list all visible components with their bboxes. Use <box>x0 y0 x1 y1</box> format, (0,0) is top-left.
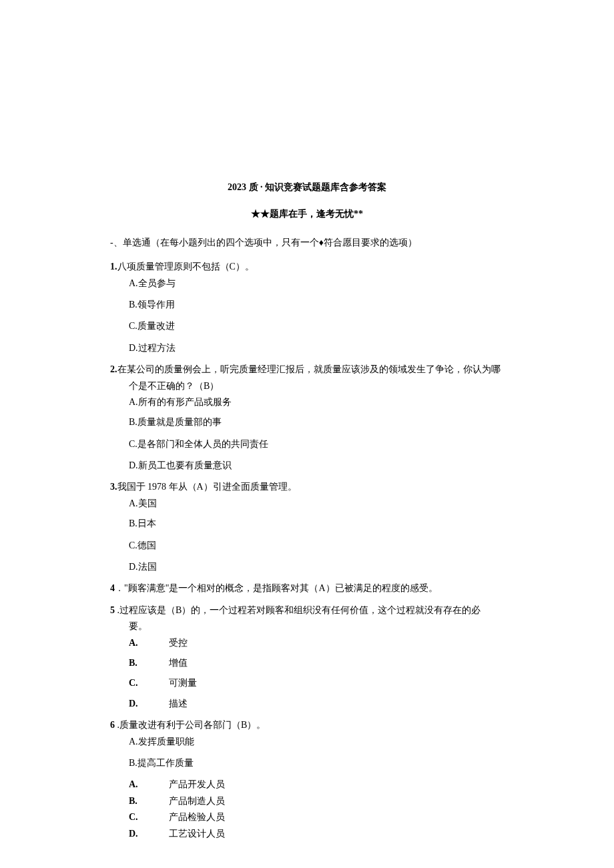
question-6-extra-b-text: 产品制造人员 <box>169 796 225 806</box>
question-6-extra-d: D.工艺设计人员 <box>110 827 504 841</box>
question-5-option-c-label: C. <box>129 676 169 691</box>
question-5-option-b-text: 增值 <box>169 658 188 668</box>
question-4: 4．"顾客满意"是一个相对的概念，是指顾客对其（A）已被满足的程度的感受。 <box>110 581 504 596</box>
question-1-option-a: A.全员参与 <box>110 276 504 291</box>
question-2-text-line1: 2.在某公司的质量例会上，听完质量经理汇报后，就质量应该涉及的领域发生了争论，你… <box>110 362 504 377</box>
question-6-extra-a-label: A. <box>129 777 169 792</box>
question-6-extra-b: B.产品制造人员 <box>110 794 504 809</box>
question-6-extra-c-label: C. <box>129 810 169 825</box>
question-6-num: 6 <box>110 718 115 733</box>
question-3-num: 3. <box>110 482 117 492</box>
question-6: 6 .质量改进有利于公司各部门（B）。 A.发挥质量职能 B.提高工作质量 A.… <box>110 718 504 841</box>
question-5-body: .过程应该是（B）的，一个过程若对顾客和组织没有任何价值，这个过程就没有存在的必 <box>115 605 481 615</box>
question-5-text-line1: 5 .过程应该是（B）的，一个过程若对顾客和组织没有任何价值，这个过程就没有存在… <box>110 603 504 618</box>
question-1-option-c: C.质量改进 <box>110 319 504 334</box>
question-3-body: 我国于 1978 年从（A）引进全面质量管理。 <box>117 482 297 492</box>
question-3-option-a: A.美国 <box>110 496 504 511</box>
question-1: 1.八项质量管理原则不包括（C）。 A.全员参与 B.领导作用 C.质量改进 D… <box>110 260 504 356</box>
question-2-text-line2: 个是不正确的？（B） <box>110 379 504 394</box>
question-2-option-d: D.新员工也要有质量意识 <box>110 458 504 473</box>
question-6-extra-b-label: B. <box>129 794 169 809</box>
question-6-extra-d-label: D. <box>129 827 169 841</box>
question-5-option-c-text: 可测量 <box>169 678 197 688</box>
question-5-option-d-label: D. <box>129 697 169 711</box>
question-2-option-c: C.是各部门和全体人员的共同责任 <box>110 437 504 452</box>
question-5-option-d: D.描述 <box>110 697 504 711</box>
question-1-num: 1. <box>110 262 117 272</box>
question-5-text-line2: 要。 <box>110 619 504 634</box>
question-4-text: 4．"顾客满意"是一个相对的概念，是指顾客对其（A）已被满足的程度的感受。 <box>110 581 504 596</box>
question-3: 3.我国于 1978 年从（A）引进全面质量管理。 A.美国 B.日本 C.德国… <box>110 480 504 574</box>
question-3-text: 3.我国于 1978 年从（A）引进全面质量管理。 <box>110 480 504 494</box>
question-5-option-a-text: 受控 <box>169 638 188 648</box>
question-2-option-b: B.质量就是质量部的事 <box>110 415 504 430</box>
question-5-option-c: C.可测量 <box>110 676 504 691</box>
question-3-option-c: C.德国 <box>110 538 504 553</box>
question-4-num: 4 <box>110 581 115 596</box>
question-3-option-d: D.法国 <box>110 560 504 574</box>
question-5-option-b: B.增值 <box>110 656 504 671</box>
question-2: 2.在某公司的质量例会上，听完质量经理汇报后，就质量应该涉及的领域发生了争论，你… <box>110 362 504 473</box>
question-1-option-d: D.过程方法 <box>110 341 504 356</box>
question-5-option-b-label: B. <box>129 656 169 671</box>
question-6-extra-a: A.产品开发人员 <box>110 777 504 792</box>
question-5-option-d-text: 描述 <box>169 699 188 709</box>
question-1-option-b: B.领导作用 <box>110 298 504 312</box>
question-4-body: ．"顾客满意"是一个相对的概念，是指顾客对其（A）已被满足的程度的感受。 <box>115 583 438 593</box>
question-6-option-b: B.提高工作质量 <box>110 756 504 771</box>
question-2-option-a: A.所有的有形产品或服务 <box>110 395 504 410</box>
question-5-option-a-label: A. <box>129 636 169 650</box>
question-6-text: 6 .质量改进有利于公司各部门（B）。 <box>110 718 504 733</box>
document-title: 2023 质 · 知识竞赛试题题库含参考答案 <box>110 180 504 195</box>
question-2-num: 2. <box>110 364 117 374</box>
question-5: 5 .过程应该是（B）的，一个过程若对顾客和组织没有任何价值，这个过程就没有存在… <box>110 603 504 711</box>
question-1-text: 1.八项质量管理原则不包括（C）。 <box>110 260 504 274</box>
question-6-extra-c: C.产品检验人员 <box>110 810 504 825</box>
document-subtitle: ★★题库在手，逢考无忧** <box>110 207 504 222</box>
section-header: -、单选通（在每小题列出的四个选项中，只有一个♦符合愿目要求的选项） <box>110 236 504 250</box>
question-5-option-a: A.受控 <box>110 636 504 650</box>
question-6-extra-c-text: 产品检验人员 <box>169 812 225 822</box>
question-5-num: 5 <box>110 603 115 618</box>
question-3-option-b: B.日本 <box>110 516 504 531</box>
question-6-extra-d-text: 工艺设计人员 <box>169 829 225 839</box>
question-6-option-a: A.发挥质量职能 <box>110 735 504 749</box>
question-1-body: 八项质量管理原则不包括（C）。 <box>117 262 254 272</box>
question-2-body: 在某公司的质量例会上，听完质量经理汇报后，就质量应该涉及的领域发生了争论，你认为… <box>117 364 501 374</box>
question-6-extra-a-text: 产品开发人员 <box>169 779 225 789</box>
question-6-body: .质量改进有利于公司各部门（B）。 <box>115 720 266 730</box>
